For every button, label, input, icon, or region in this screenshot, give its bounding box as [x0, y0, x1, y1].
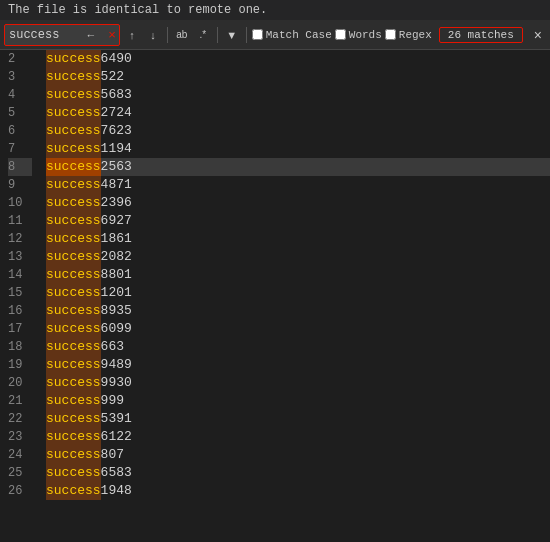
select-all-button[interactable]: ab — [173, 25, 191, 45]
line-number: 23 — [8, 428, 22, 446]
table-row: success999 — [46, 392, 550, 410]
line-number: 8 — [8, 158, 15, 176]
match-highlight: success — [46, 230, 101, 248]
clear-search-button[interactable]: × — [103, 25, 121, 45]
table-row: success5683 — [46, 86, 550, 104]
line-number: 6 — [8, 122, 15, 140]
separator-2 — [217, 27, 218, 43]
regex-text: Regex — [399, 29, 432, 41]
table-row: success663 — [46, 338, 550, 356]
line-number: 4 — [8, 86, 15, 104]
replace-button[interactable]: .* — [194, 25, 212, 45]
words-checkbox[interactable] — [335, 29, 346, 40]
match-highlight: success — [46, 482, 101, 500]
table-row: success6099 — [46, 320, 550, 338]
table-row: success522 — [46, 68, 550, 86]
match-highlight: success — [46, 302, 101, 320]
match-highlight: success — [46, 176, 101, 194]
table-row: success2396 — [46, 194, 550, 212]
match-highlight: success — [46, 266, 101, 284]
matches-badge: 26 matches — [439, 27, 523, 43]
match-highlight: success — [46, 446, 101, 464]
line-number: 10 — [8, 194, 22, 212]
match-case-checkbox[interactable] — [252, 29, 263, 40]
line-number: 18 — [8, 338, 22, 356]
table-row: success7623 — [46, 122, 550, 140]
table-row: success5391 — [46, 410, 550, 428]
line-number: 17 — [8, 320, 22, 338]
search-input[interactable] — [9, 28, 79, 42]
separator-1 — [167, 27, 168, 43]
table-row: success9489 — [46, 356, 550, 374]
separator-3 — [246, 27, 247, 43]
line-number: 26 — [8, 482, 22, 500]
table-row: success1194 — [46, 140, 550, 158]
line-number: 13 — [8, 248, 22, 266]
table-row: success1201 — [46, 284, 550, 302]
line-numbers: 2345678910111213141516171819202122232425… — [0, 50, 42, 542]
line-number: 15 — [8, 284, 22, 302]
line-number: 22 — [8, 410, 22, 428]
status-bar: The file is identical to remote one. — [0, 0, 550, 20]
match-highlight: success — [46, 374, 101, 392]
table-row: success2082 — [46, 248, 550, 266]
match-highlight: success — [46, 158, 101, 176]
match-highlight: success — [46, 320, 101, 338]
filter-button[interactable]: ▼ — [223, 25, 241, 45]
line-number: 16 — [8, 302, 22, 320]
table-row: success8801 — [46, 266, 550, 284]
search-input-wrapper: ← × — [4, 24, 120, 46]
match-case-label[interactable]: Match Case — [252, 29, 332, 41]
navigate-up-button[interactable]: ↑ — [123, 25, 141, 45]
table-row: success1948 — [46, 482, 550, 500]
match-highlight: success — [46, 464, 101, 482]
status-text: The file is identical to remote one. — [8, 3, 267, 17]
table-row: success1861 — [46, 230, 550, 248]
table-row: success6927 — [46, 212, 550, 230]
match-highlight: success — [46, 68, 101, 86]
match-highlight: success — [46, 104, 101, 122]
line-number: 14 — [8, 266, 22, 284]
words-label[interactable]: Words — [335, 29, 382, 41]
search-toolbar: ← × ↑ ↓ ab .* ▼ Match Case Words Regex 2… — [0, 20, 550, 50]
line-number: 12 — [8, 230, 22, 248]
table-row: success6583 — [46, 464, 550, 482]
regex-checkbox[interactable] — [385, 29, 396, 40]
prev-match-button[interactable]: ← — [82, 25, 100, 45]
match-highlight: success — [46, 356, 101, 374]
table-row: success6122 — [46, 428, 550, 446]
line-number: 2 — [8, 50, 15, 68]
match-case-text: Match Case — [266, 29, 332, 41]
match-highlight: success — [46, 122, 101, 140]
line-number: 5 — [8, 104, 15, 122]
match-highlight: success — [46, 140, 101, 158]
line-number: 9 — [8, 176, 15, 194]
table-row: success4871 — [46, 176, 550, 194]
line-number: 21 — [8, 392, 22, 410]
table-row: success2563 — [46, 158, 550, 176]
match-highlight: success — [46, 410, 101, 428]
words-text: Words — [349, 29, 382, 41]
match-highlight: success — [46, 338, 101, 356]
match-highlight: success — [46, 212, 101, 230]
match-highlight: success — [46, 86, 101, 104]
table-row: success6490 — [46, 50, 550, 68]
table-row: success8935 — [46, 302, 550, 320]
match-highlight: success — [46, 248, 101, 266]
table-row: success2724 — [46, 104, 550, 122]
line-number: 20 — [8, 374, 22, 392]
close-toolbar-button[interactable]: × — [530, 28, 546, 42]
match-highlight: success — [46, 50, 101, 68]
line-number: 11 — [8, 212, 22, 230]
editor-area: 2345678910111213141516171819202122232425… — [0, 50, 550, 542]
line-number: 24 — [8, 446, 22, 464]
regex-label[interactable]: Regex — [385, 29, 432, 41]
line-number: 7 — [8, 140, 15, 158]
match-highlight: success — [46, 194, 101, 212]
line-number: 3 — [8, 68, 15, 86]
table-row: success9930 — [46, 374, 550, 392]
navigate-down-button[interactable]: ↓ — [144, 25, 162, 45]
code-lines: success6490success522success5683success2… — [42, 50, 550, 542]
match-highlight: success — [46, 392, 101, 410]
line-number: 25 — [8, 464, 22, 482]
